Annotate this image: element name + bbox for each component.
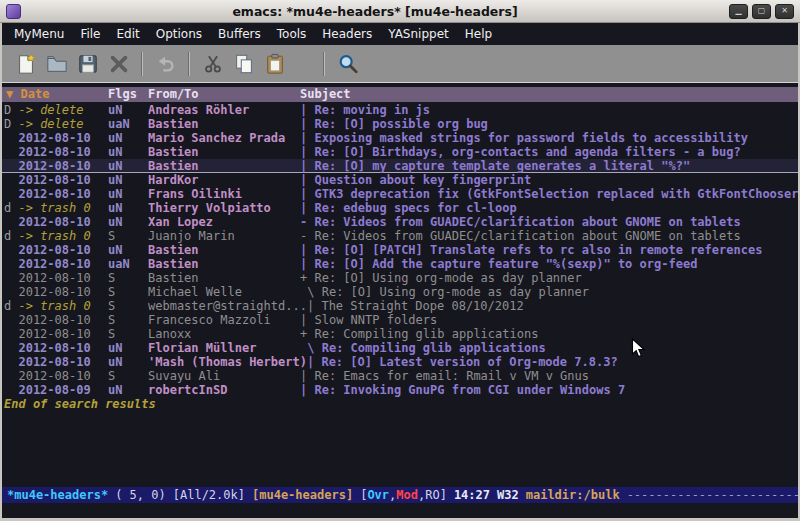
menu-item-file[interactable]: File [72,24,108,44]
message-row[interactable]: 2012-08-10 uN Xan Lopez - Re: Videos fro… [2,215,798,229]
modeline-flag-mod: Mod [396,488,418,502]
message-row[interactable]: 2012-08-10 uN HardKor | Question about k… [2,173,798,187]
header-col-flags[interactable]: Flgs [108,87,148,102]
thread-separator: | [300,145,314,159]
message-flags: uN [108,173,148,187]
thread-separator: | [300,117,314,131]
message-from: Mario Sanchez Prada [148,131,300,145]
header-date-label: Date [20,87,49,101]
menu-item-options[interactable]: Options [148,24,210,44]
search-magnifier-icon [337,53,359,75]
undo-arrow-icon [155,53,177,75]
toolbar-search-button[interactable] [332,48,363,79]
open-folder-icon [46,53,68,75]
toolbar-separator [323,52,325,76]
header-col-subject[interactable]: Subject [300,87,798,102]
toolbar-cut-button[interactable] [197,48,228,79]
message-row[interactable]: 2012-08-10 uN Frans Oilinki | GTK3 depre… [2,187,798,201]
maximize-button[interactable]: ▢ [752,4,771,19]
menu-item-mymenu[interactable]: MyMenu [6,24,72,44]
message-row[interactable]: 2012-08-10 uN Florian Müllner \ Re: Comp… [2,341,798,355]
paste-clipboard-icon [264,53,286,75]
menu-item-edit[interactable]: Edit [109,24,148,44]
message-date: 2012-08-10 [2,243,108,257]
header-col-from[interactable]: From/To [148,87,300,102]
message-date: 2012-08-10 [2,285,108,299]
modeline-flag-close: ,RO] [418,488,447,502]
toolbar [2,45,798,83]
modeline-flag-ovr: Ovr [367,488,389,502]
thread-separator: | [300,103,314,117]
message-flags: uaN [108,117,148,131]
message-subject: Exposing masked strings for password fie… [314,131,798,145]
toolbar-separator [188,52,190,76]
message-subject: Re: Compiling glib applications [322,341,798,355]
message-row[interactable]: 2012-08-09 uN robertcInSD | Re: Invoking… [2,383,798,397]
message-row[interactable]: 2012-08-10 S Suvayu Ali | Re: Emacs for … [2,369,798,383]
toolbar-new-file-button[interactable] [10,48,41,79]
message-from: Bastien [148,159,300,173]
message-from: Juanjo Marin [148,229,300,243]
menu-item-yasnippet[interactable]: YASnippet [380,24,457,44]
message-row[interactable]: d -> trash 0 uN Thierry Volpiatto | Re: … [2,201,798,215]
message-from: robertcInSD [148,383,300,397]
message-flags: uN [108,243,148,257]
titlebar: emacs: *mu4e-headers* [mu4e-headers] ▁ ▢… [0,0,800,23]
message-row[interactable]: 2012-08-10 uN Bastien | Re: [O] Birthday… [2,145,798,159]
toolbar-undo-button[interactable] [150,48,181,79]
menu-item-headers[interactable]: Headers [314,24,380,44]
sort-arrow-icon: ▼ [6,87,13,101]
message-date: 2012-08-10 [2,187,108,201]
message-row[interactable]: 2012-08-10 uN 'Mash (Thomas Herbert) | R… [2,355,798,369]
message-date: D -> delete [2,103,108,117]
message-date: 2012-08-10 [2,341,108,355]
message-date: 2012-08-10 [2,145,108,159]
header-col-date[interactable]: ▼ Date [2,87,108,102]
toolbar-copy-button[interactable] [228,48,259,79]
minimize-button[interactable]: ▁ [729,4,748,19]
message-row[interactable]: 2012-08-10 uaN Bastien | Re: [O] Add the… [2,257,798,271]
close-button[interactable]: ✕ [775,4,794,19]
mode-line: *mu4e-headers* ( 5, 0) [All/2.0k] [mu4e-… [2,487,798,503]
message-date: 2012-08-10 [2,131,108,145]
menu-item-tools[interactable]: Tools [269,24,315,44]
message-row[interactable]: 2012-08-10 S Lanoxx + Re: Compiling glib… [2,327,798,341]
message-subject: Re: [O] [PATCH] Translate refs to rc als… [314,243,798,257]
modeline-range: [All/2.0k] [173,488,245,502]
message-from: Francesco Mazzoli [148,313,300,327]
message-row[interactable]: D -> delete uaN Bastien | Re: [O] possib… [2,117,798,131]
message-row[interactable]: 2012-08-10 S Bastien + Re: [O] Using org… [2,271,798,285]
thread-separator: | [300,243,314,257]
toolbar-open-file-button[interactable] [41,48,72,79]
message-from: HardKor [148,173,300,187]
message-row[interactable]: d -> trash 0 S Juanjo Marin - Re: Videos… [2,229,798,243]
menu-item-buffers[interactable]: Buffers [210,24,269,44]
message-row[interactable]: 2012-08-10 S Michael Welle \ Re: [O] Usi… [2,285,798,299]
message-subject: Re: [O] Using org-mode as day planner [314,271,798,285]
message-row[interactable]: D -> delete uN Andreas Röhler | Re: movi… [2,103,798,117]
message-date: 2012-08-10 [2,271,108,285]
thread-separator: | [300,187,314,201]
message-row[interactable]: 2012-08-10 uN Bastien | Re: [O] my captu… [2,159,798,173]
thread-separator: - [300,215,314,229]
message-date: d -> trash 0 [2,229,108,243]
toolbar-paste-button[interactable] [259,48,290,79]
message-subject: Re: [O] Using org-mode as day planner [322,285,798,299]
message-date: 2012-08-09 [2,383,108,397]
echo-area[interactable] [2,503,798,518]
message-subject: Re: edebug specs for cl-loop [314,201,798,215]
message-row[interactable]: 2012-08-10 uN Bastien | Re: [O] [PATCH] … [2,243,798,257]
toolbar-close-buffer-button[interactable] [103,48,134,79]
thread-separator: \ [300,341,322,355]
message-from: Lanoxx [148,327,300,341]
message-date: 2012-08-10 [2,173,108,187]
message-row[interactable]: d -> trash 0 S webmaster@straightd... | … [2,299,798,313]
message-row[interactable]: 2012-08-10 uN Mario Sanchez Prada | Expo… [2,131,798,145]
toolbar-separator [141,52,143,76]
menu-item-help[interactable]: Help [457,24,500,44]
message-from: Florian Müllner [148,341,300,355]
message-subject: Re: moving in js [314,103,798,117]
toolbar-save-button[interactable] [72,48,103,79]
window-controls: ▁ ▢ ✕ [729,4,794,19]
message-row[interactable]: 2012-08-10 S Francesco Mazzoli | Slow NN… [2,313,798,327]
